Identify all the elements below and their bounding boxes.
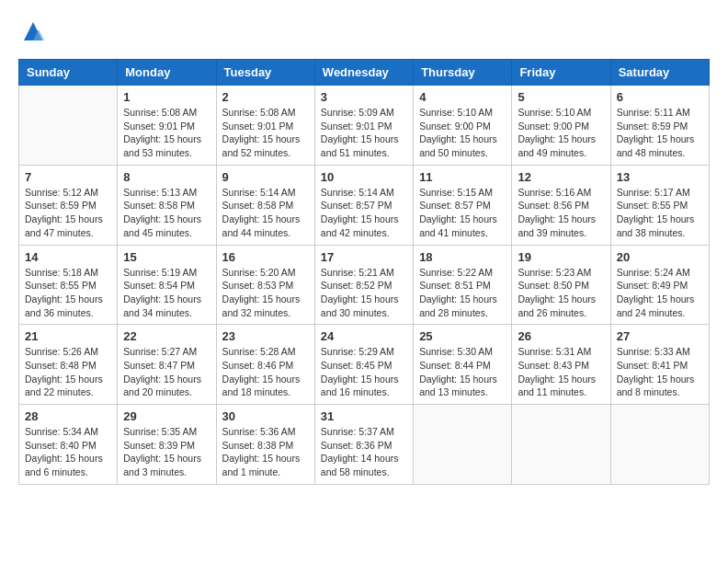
day-info: Sunrise: 5:23 AM Sunset: 8:50 PM Dayligh… — [518, 266, 604, 320]
calendar-week-row: 28Sunrise: 5:34 AM Sunset: 8:40 PM Dayli… — [19, 405, 710, 485]
calendar-cell: 29Sunrise: 5:35 AM Sunset: 8:39 PM Dayli… — [118, 405, 216, 485]
day-number: 17 — [321, 250, 407, 264]
day-info: Sunrise: 5:14 AM Sunset: 8:57 PM Dayligh… — [321, 186, 407, 240]
day-info: Sunrise: 5:12 AM Sunset: 8:59 PM Dayligh… — [25, 186, 111, 240]
day-number: 7 — [25, 170, 111, 184]
day-number: 12 — [518, 170, 604, 184]
page-header — [18, 18, 710, 44]
day-number: 31 — [321, 409, 407, 423]
day-info: Sunrise: 5:26 AM Sunset: 8:48 PM Dayligh… — [25, 345, 111, 399]
day-info: Sunrise: 5:10 AM Sunset: 9:00 PM Dayligh… — [518, 106, 604, 160]
calendar-cell: 13Sunrise: 5:17 AM Sunset: 8:55 PM Dayli… — [610, 165, 709, 245]
calendar-week-row: 14Sunrise: 5:18 AM Sunset: 8:55 PM Dayli… — [19, 245, 710, 325]
weekday-header-tuesday: Tuesday — [216, 60, 314, 86]
day-number: 19 — [518, 250, 604, 264]
calendar-cell — [19, 86, 118, 166]
calendar-cell: 5Sunrise: 5:10 AM Sunset: 9:00 PM Daylig… — [512, 86, 610, 166]
calendar-header-row: SundayMondayTuesdayWednesdayThursdayFrid… — [19, 60, 710, 86]
calendar-cell: 30Sunrise: 5:36 AM Sunset: 8:38 PM Dayli… — [216, 405, 314, 485]
day-number: 28 — [25, 409, 111, 423]
day-number: 24 — [321, 329, 407, 343]
day-info: Sunrise: 5:19 AM Sunset: 8:54 PM Dayligh… — [123, 266, 210, 320]
day-number: 13 — [617, 170, 703, 184]
calendar-cell: 11Sunrise: 5:15 AM Sunset: 8:57 PM Dayli… — [414, 165, 512, 245]
day-info: Sunrise: 5:22 AM Sunset: 8:51 PM Dayligh… — [419, 266, 506, 320]
calendar-cell: 7Sunrise: 5:12 AM Sunset: 8:59 PM Daylig… — [19, 165, 118, 245]
day-number: 8 — [123, 170, 210, 184]
day-info: Sunrise: 5:28 AM Sunset: 8:46 PM Dayligh… — [222, 345, 309, 399]
day-number: 16 — [222, 250, 309, 264]
calendar-cell: 25Sunrise: 5:30 AM Sunset: 8:44 PM Dayli… — [414, 325, 512, 405]
calendar-cell: 2Sunrise: 5:08 AM Sunset: 9:01 PM Daylig… — [216, 86, 314, 166]
logo — [18, 18, 46, 44]
day-number: 15 — [123, 250, 210, 264]
day-number: 14 — [25, 250, 111, 264]
day-number: 3 — [321, 90, 407, 104]
day-info: Sunrise: 5:24 AM Sunset: 8:49 PM Dayligh… — [617, 266, 703, 320]
day-info: Sunrise: 5:31 AM Sunset: 8:43 PM Dayligh… — [518, 345, 604, 399]
calendar-cell: 14Sunrise: 5:18 AM Sunset: 8:55 PM Dayli… — [19, 245, 118, 325]
weekday-header-sunday: Sunday — [19, 60, 118, 86]
calendar-week-row: 21Sunrise: 5:26 AM Sunset: 8:48 PM Dayli… — [19, 325, 710, 405]
day-info: Sunrise: 5:11 AM Sunset: 8:59 PM Dayligh… — [617, 106, 703, 160]
calendar-cell: 26Sunrise: 5:31 AM Sunset: 8:43 PM Dayli… — [512, 325, 610, 405]
day-info: Sunrise: 5:08 AM Sunset: 9:01 PM Dayligh… — [222, 106, 309, 160]
weekday-header-monday: Monday — [118, 60, 216, 86]
day-number: 20 — [617, 250, 703, 264]
calendar-cell: 15Sunrise: 5:19 AM Sunset: 8:54 PM Dayli… — [118, 245, 216, 325]
calendar-cell: 22Sunrise: 5:27 AM Sunset: 8:47 PM Dayli… — [118, 325, 216, 405]
day-number: 26 — [518, 329, 604, 343]
day-info: Sunrise: 5:21 AM Sunset: 8:52 PM Dayligh… — [321, 266, 407, 320]
day-number: 22 — [123, 329, 210, 343]
day-info: Sunrise: 5:30 AM Sunset: 8:44 PM Dayligh… — [419, 345, 506, 399]
day-number: 29 — [123, 409, 210, 423]
day-number: 2 — [222, 90, 309, 104]
day-info: Sunrise: 5:33 AM Sunset: 8:41 PM Dayligh… — [617, 345, 703, 399]
calendar-cell — [512, 405, 610, 485]
calendar-week-row: 7Sunrise: 5:12 AM Sunset: 8:59 PM Daylig… — [19, 165, 710, 245]
day-number: 27 — [617, 329, 703, 343]
calendar-cell: 19Sunrise: 5:23 AM Sunset: 8:50 PM Dayli… — [512, 245, 610, 325]
calendar-cell: 20Sunrise: 5:24 AM Sunset: 8:49 PM Dayli… — [610, 245, 709, 325]
calendar-cell: 16Sunrise: 5:20 AM Sunset: 8:53 PM Dayli… — [216, 245, 314, 325]
calendar-cell: 17Sunrise: 5:21 AM Sunset: 8:52 PM Dayli… — [314, 245, 413, 325]
weekday-header-saturday: Saturday — [610, 60, 709, 86]
day-info: Sunrise: 5:15 AM Sunset: 8:57 PM Dayligh… — [419, 186, 506, 240]
calendar-cell: 28Sunrise: 5:34 AM Sunset: 8:40 PM Dayli… — [19, 405, 118, 485]
calendar-table: SundayMondayTuesdayWednesdayThursdayFrid… — [18, 59, 710, 485]
weekday-header-thursday: Thursday — [414, 60, 512, 86]
logo-icon — [20, 18, 46, 44]
calendar-cell: 9Sunrise: 5:14 AM Sunset: 8:58 PM Daylig… — [216, 165, 314, 245]
day-number: 23 — [222, 329, 309, 343]
calendar-cell: 24Sunrise: 5:29 AM Sunset: 8:45 PM Dayli… — [314, 325, 413, 405]
day-info: Sunrise: 5:09 AM Sunset: 9:01 PM Dayligh… — [321, 106, 407, 160]
day-info: Sunrise: 5:16 AM Sunset: 8:56 PM Dayligh… — [518, 186, 604, 240]
day-info: Sunrise: 5:35 AM Sunset: 8:39 PM Dayligh… — [123, 425, 210, 479]
calendar-cell: 23Sunrise: 5:28 AM Sunset: 8:46 PM Dayli… — [216, 325, 314, 405]
day-number: 9 — [222, 170, 309, 184]
day-info: Sunrise: 5:29 AM Sunset: 8:45 PM Dayligh… — [321, 345, 407, 399]
calendar-cell: 1Sunrise: 5:08 AM Sunset: 9:01 PM Daylig… — [118, 86, 216, 166]
calendar-cell: 8Sunrise: 5:13 AM Sunset: 8:58 PM Daylig… — [118, 165, 216, 245]
day-info: Sunrise: 5:17 AM Sunset: 8:55 PM Dayligh… — [617, 186, 703, 240]
day-number: 30 — [222, 409, 309, 423]
weekday-header-friday: Friday — [512, 60, 610, 86]
calendar-cell: 3Sunrise: 5:09 AM Sunset: 9:01 PM Daylig… — [314, 86, 413, 166]
day-info: Sunrise: 5:36 AM Sunset: 8:38 PM Dayligh… — [222, 425, 309, 479]
day-info: Sunrise: 5:34 AM Sunset: 8:40 PM Dayligh… — [25, 425, 111, 479]
day-info: Sunrise: 5:20 AM Sunset: 8:53 PM Dayligh… — [222, 266, 309, 320]
day-number: 4 — [419, 90, 506, 104]
day-info: Sunrise: 5:10 AM Sunset: 9:00 PM Dayligh… — [419, 106, 506, 160]
day-info: Sunrise: 5:08 AM Sunset: 9:01 PM Dayligh… — [123, 106, 210, 160]
calendar-cell: 12Sunrise: 5:16 AM Sunset: 8:56 PM Dayli… — [512, 165, 610, 245]
calendar-cell: 6Sunrise: 5:11 AM Sunset: 8:59 PM Daylig… — [610, 86, 709, 166]
day-number: 10 — [321, 170, 407, 184]
calendar-week-row: 1Sunrise: 5:08 AM Sunset: 9:01 PM Daylig… — [19, 86, 710, 166]
calendar-cell: 21Sunrise: 5:26 AM Sunset: 8:48 PM Dayli… — [19, 325, 118, 405]
calendar-cell: 27Sunrise: 5:33 AM Sunset: 8:41 PM Dayli… — [610, 325, 709, 405]
day-number: 1 — [123, 90, 210, 104]
calendar-cell: 31Sunrise: 5:37 AM Sunset: 8:36 PM Dayli… — [314, 405, 413, 485]
day-info: Sunrise: 5:13 AM Sunset: 8:58 PM Dayligh… — [123, 186, 210, 240]
weekday-header-wednesday: Wednesday — [314, 60, 413, 86]
day-number: 11 — [419, 170, 506, 184]
